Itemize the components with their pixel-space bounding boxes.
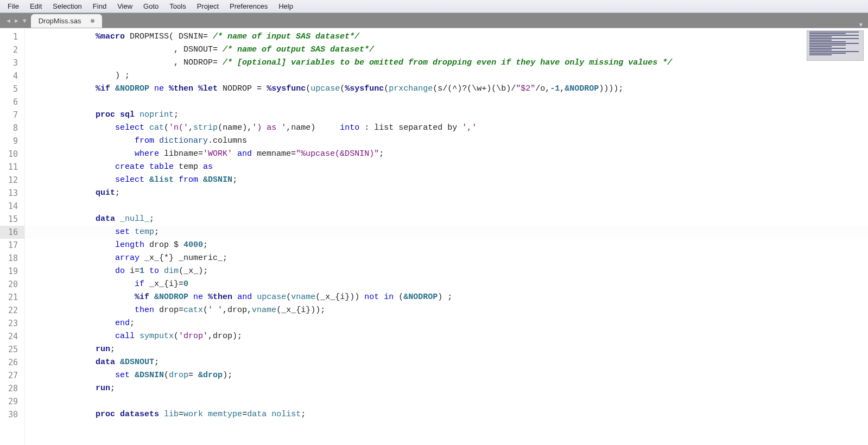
code-line[interactable]: if _x_{i}=0 (25, 278, 868, 291)
line-number: 20 (0, 278, 24, 291)
tab-modified-icon (91, 19, 94, 23)
tab-nav-arrows[interactable]: ◄ ► ▼ (2, 13, 31, 28)
tab-overflow[interactable]: ▼ (102, 22, 868, 28)
menu-edit[interactable]: Edit (24, 1, 47, 12)
code-line[interactable]: select cat('n(',strip(name),') as ',name… (25, 122, 868, 135)
line-number: 14 (0, 200, 24, 213)
menu-bar: FileEditSelectionFindViewGotoToolsProjec… (0, 0, 868, 13)
tab-label: DropMiss.sas (39, 17, 81, 25)
code-line[interactable]: ) ; (25, 69, 868, 82)
code-line[interactable]: proc datasets lib=work memtype=data noli… (25, 408, 868, 421)
code-line[interactable]: length drop $ 4000; (25, 239, 868, 252)
line-number: 21 (0, 291, 24, 304)
code-line[interactable] (25, 395, 868, 408)
code-line[interactable]: , DSNOUT= /* name of output SAS dataset*… (25, 43, 868, 56)
menu-project[interactable]: Project (192, 1, 224, 12)
code-line[interactable]: select &list from &DSNIN; (25, 174, 868, 187)
menu-tools[interactable]: Tools (164, 1, 191, 12)
code-line[interactable]: %if &NODROP ne %then %let NODROP = %sysf… (25, 82, 868, 96)
code-area[interactable]: %macro DROPMISS( DSNIN= /* name of input… (25, 28, 868, 445)
line-number: 30 (0, 408, 24, 421)
line-number: 29 (0, 395, 24, 408)
line-number: 16 (0, 226, 24, 239)
tab-dropmiss[interactable]: DropMiss.sas (31, 14, 103, 28)
line-number: 10 (0, 148, 24, 161)
line-number: 9 (0, 135, 24, 148)
menu-preferences[interactable]: Preferences (224, 1, 273, 12)
code-line[interactable]: %macro DROPMISS( DSNIN= /* name of input… (25, 30, 868, 43)
tab-strip: ◄ ► ▼ DropMiss.sas ▼ (0, 13, 868, 28)
code-line[interactable]: run; (25, 343, 868, 356)
nav-dropdown-icon[interactable]: ▼ (22, 17, 28, 24)
code-line[interactable]: data &DSNOUT; (25, 356, 868, 369)
code-line[interactable]: data _null_; (25, 213, 868, 226)
line-number: 5 (0, 82, 24, 96)
line-number: 1 (0, 30, 24, 43)
menu-view[interactable]: View (112, 1, 138, 12)
line-number: 2 (0, 43, 24, 56)
menu-selection[interactable]: Selection (47, 1, 87, 12)
line-number: 26 (0, 356, 24, 369)
code-line[interactable]: set temp; (25, 226, 868, 239)
code-line[interactable]: set &DSNIN(drop= &drop); (25, 369, 868, 382)
code-line[interactable]: run; (25, 382, 868, 395)
code-line[interactable]: array _x_{*} _numeric_; (25, 252, 868, 265)
line-number: 6 (0, 96, 24, 109)
line-number: 17 (0, 239, 24, 252)
menu-find[interactable]: Find (87, 1, 112, 12)
line-number: 25 (0, 343, 24, 356)
line-gutter: 1234567891011121314151617181920212223242… (0, 28, 25, 445)
line-number: 15 (0, 213, 24, 226)
editor[interactable]: 1234567891011121314151617181920212223242… (0, 28, 868, 445)
code-line[interactable]: %if &NODROP ne %then and upcase(vname(_x… (25, 291, 868, 304)
line-number: 27 (0, 369, 24, 382)
menu-goto[interactable]: Goto (138, 1, 164, 12)
line-number: 18 (0, 252, 24, 265)
code-line[interactable] (25, 96, 868, 109)
nav-right-icon[interactable]: ► (14, 17, 20, 24)
line-number: 28 (0, 382, 24, 395)
line-number: 11 (0, 161, 24, 174)
code-line[interactable]: end; (25, 317, 868, 330)
code-line[interactable]: then drop=catx(' ',drop,vname(_x_{i})); (25, 304, 868, 317)
line-number: 23 (0, 317, 24, 330)
nav-left-icon[interactable]: ◄ (5, 17, 11, 24)
line-number: 3 (0, 56, 24, 69)
line-number: 4 (0, 69, 24, 82)
code-line[interactable]: create table temp as (25, 161, 868, 174)
line-number: 7 (0, 109, 24, 122)
line-number: 24 (0, 330, 24, 343)
line-number: 12 (0, 174, 24, 187)
line-number: 19 (0, 265, 24, 278)
code-line[interactable] (25, 200, 868, 213)
line-number: 13 (0, 187, 24, 200)
code-line[interactable]: from dictionary.columns (25, 135, 868, 148)
minimap[interactable] (807, 30, 864, 61)
code-line[interactable]: proc sql noprint; (25, 109, 868, 122)
line-number: 8 (0, 122, 24, 135)
menu-help[interactable]: Help (273, 1, 299, 12)
menu-file[interactable]: File (2, 1, 24, 12)
code-line[interactable]: , NODROP= /* [optional] variables to be … (25, 56, 868, 69)
code-line[interactable]: call symputx('drop',drop); (25, 330, 868, 343)
line-number: 22 (0, 304, 24, 317)
code-line[interactable]: quit; (25, 187, 868, 200)
code-line[interactable]: where libname='WORK' and memname="%upcas… (25, 148, 868, 161)
code-line[interactable]: do i=1 to dim(_x_); (25, 265, 868, 278)
